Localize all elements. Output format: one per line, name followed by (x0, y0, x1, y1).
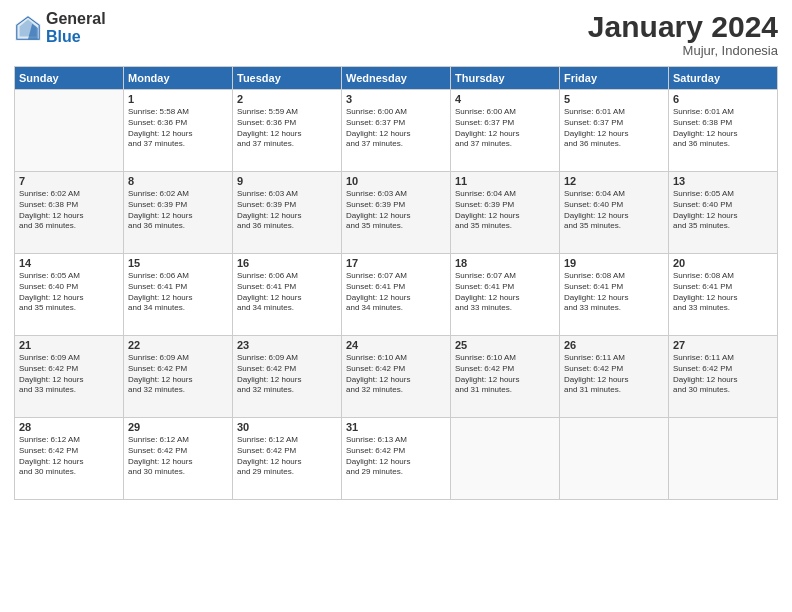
day-number: 1 (128, 93, 228, 105)
day-info: Sunrise: 5:58 AM Sunset: 6:36 PM Dayligh… (128, 107, 228, 150)
day-info: Sunrise: 6:06 AM Sunset: 6:41 PM Dayligh… (237, 271, 337, 314)
calendar-cell: 1Sunrise: 5:58 AM Sunset: 6:36 PM Daylig… (124, 90, 233, 172)
page: General Blue January 2024 Mujur, Indones… (0, 0, 792, 612)
location-subtitle: Mujur, Indonesia (588, 43, 778, 58)
calendar-cell: 14Sunrise: 6:05 AM Sunset: 6:40 PM Dayli… (15, 254, 124, 336)
week-row-5: 28Sunrise: 6:12 AM Sunset: 6:42 PM Dayli… (15, 418, 778, 500)
day-info: Sunrise: 6:09 AM Sunset: 6:42 PM Dayligh… (19, 353, 119, 396)
calendar-cell: 13Sunrise: 6:05 AM Sunset: 6:40 PM Dayli… (669, 172, 778, 254)
day-number: 25 (455, 339, 555, 351)
calendar-cell: 3Sunrise: 6:00 AM Sunset: 6:37 PM Daylig… (342, 90, 451, 172)
day-info: Sunrise: 6:00 AM Sunset: 6:37 PM Dayligh… (455, 107, 555, 150)
day-number: 26 (564, 339, 664, 351)
week-row-3: 14Sunrise: 6:05 AM Sunset: 6:40 PM Dayli… (15, 254, 778, 336)
calendar-cell: 21Sunrise: 6:09 AM Sunset: 6:42 PM Dayli… (15, 336, 124, 418)
calendar-cell: 5Sunrise: 6:01 AM Sunset: 6:37 PM Daylig… (560, 90, 669, 172)
logo: General Blue (14, 10, 106, 45)
logo-blue: Blue (46, 28, 106, 46)
day-info: Sunrise: 6:02 AM Sunset: 6:38 PM Dayligh… (19, 189, 119, 232)
calendar-cell: 12Sunrise: 6:04 AM Sunset: 6:40 PM Dayli… (560, 172, 669, 254)
day-info: Sunrise: 6:03 AM Sunset: 6:39 PM Dayligh… (346, 189, 446, 232)
calendar-cell: 28Sunrise: 6:12 AM Sunset: 6:42 PM Dayli… (15, 418, 124, 500)
header-sunday: Sunday (15, 67, 124, 90)
calendar-cell: 11Sunrise: 6:04 AM Sunset: 6:39 PM Dayli… (451, 172, 560, 254)
logo-icon (14, 14, 42, 42)
calendar-cell: 15Sunrise: 6:06 AM Sunset: 6:41 PM Dayli… (124, 254, 233, 336)
day-number: 7 (19, 175, 119, 187)
calendar-cell (560, 418, 669, 500)
day-info: Sunrise: 6:05 AM Sunset: 6:40 PM Dayligh… (19, 271, 119, 314)
day-info: Sunrise: 6:05 AM Sunset: 6:40 PM Dayligh… (673, 189, 773, 232)
day-number: 30 (237, 421, 337, 433)
day-number: 19 (564, 257, 664, 269)
calendar-cell (451, 418, 560, 500)
day-number: 24 (346, 339, 446, 351)
day-number: 21 (19, 339, 119, 351)
day-info: Sunrise: 6:02 AM Sunset: 6:39 PM Dayligh… (128, 189, 228, 232)
day-info: Sunrise: 6:09 AM Sunset: 6:42 PM Dayligh… (128, 353, 228, 396)
day-number: 8 (128, 175, 228, 187)
day-info: Sunrise: 6:10 AM Sunset: 6:42 PM Dayligh… (455, 353, 555, 396)
header-wednesday: Wednesday (342, 67, 451, 90)
day-info: Sunrise: 6:09 AM Sunset: 6:42 PM Dayligh… (237, 353, 337, 396)
calendar-cell: 29Sunrise: 6:12 AM Sunset: 6:42 PM Dayli… (124, 418, 233, 500)
calendar-cell: 10Sunrise: 6:03 AM Sunset: 6:39 PM Dayli… (342, 172, 451, 254)
calendar-cell: 25Sunrise: 6:10 AM Sunset: 6:42 PM Dayli… (451, 336, 560, 418)
calendar-cell: 4Sunrise: 6:00 AM Sunset: 6:37 PM Daylig… (451, 90, 560, 172)
day-number: 17 (346, 257, 446, 269)
day-number: 4 (455, 93, 555, 105)
day-info: Sunrise: 6:07 AM Sunset: 6:41 PM Dayligh… (455, 271, 555, 314)
day-number: 5 (564, 93, 664, 105)
day-info: Sunrise: 6:08 AM Sunset: 6:41 PM Dayligh… (564, 271, 664, 314)
day-number: 20 (673, 257, 773, 269)
header-thursday: Thursday (451, 67, 560, 90)
logo-general: General (46, 10, 106, 28)
day-number: 6 (673, 93, 773, 105)
logo-text: General Blue (46, 10, 106, 45)
day-number: 10 (346, 175, 446, 187)
calendar-cell: 6Sunrise: 6:01 AM Sunset: 6:38 PM Daylig… (669, 90, 778, 172)
calendar-cell: 20Sunrise: 6:08 AM Sunset: 6:41 PM Dayli… (669, 254, 778, 336)
day-info: Sunrise: 6:00 AM Sunset: 6:37 PM Dayligh… (346, 107, 446, 150)
calendar-cell: 19Sunrise: 6:08 AM Sunset: 6:41 PM Dayli… (560, 254, 669, 336)
day-number: 23 (237, 339, 337, 351)
day-info: Sunrise: 6:11 AM Sunset: 6:42 PM Dayligh… (673, 353, 773, 396)
day-info: Sunrise: 6:12 AM Sunset: 6:42 PM Dayligh… (237, 435, 337, 478)
day-number: 14 (19, 257, 119, 269)
calendar-cell: 9Sunrise: 6:03 AM Sunset: 6:39 PM Daylig… (233, 172, 342, 254)
calendar-cell: 31Sunrise: 6:13 AM Sunset: 6:42 PM Dayli… (342, 418, 451, 500)
day-number: 2 (237, 93, 337, 105)
day-number: 12 (564, 175, 664, 187)
day-info: Sunrise: 6:06 AM Sunset: 6:41 PM Dayligh… (128, 271, 228, 314)
day-number: 28 (19, 421, 119, 433)
calendar-cell: 30Sunrise: 6:12 AM Sunset: 6:42 PM Dayli… (233, 418, 342, 500)
day-info: Sunrise: 5:59 AM Sunset: 6:36 PM Dayligh… (237, 107, 337, 150)
day-info: Sunrise: 6:04 AM Sunset: 6:40 PM Dayligh… (564, 189, 664, 232)
day-info: Sunrise: 6:10 AM Sunset: 6:42 PM Dayligh… (346, 353, 446, 396)
day-info: Sunrise: 6:01 AM Sunset: 6:37 PM Dayligh… (564, 107, 664, 150)
day-info: Sunrise: 6:03 AM Sunset: 6:39 PM Dayligh… (237, 189, 337, 232)
calendar-table: Sunday Monday Tuesday Wednesday Thursday… (14, 66, 778, 500)
calendar-cell: 23Sunrise: 6:09 AM Sunset: 6:42 PM Dayli… (233, 336, 342, 418)
day-number: 9 (237, 175, 337, 187)
day-info: Sunrise: 6:12 AM Sunset: 6:42 PM Dayligh… (19, 435, 119, 478)
week-row-2: 7Sunrise: 6:02 AM Sunset: 6:38 PM Daylig… (15, 172, 778, 254)
day-info: Sunrise: 6:07 AM Sunset: 6:41 PM Dayligh… (346, 271, 446, 314)
day-number: 29 (128, 421, 228, 433)
header-tuesday: Tuesday (233, 67, 342, 90)
day-number: 31 (346, 421, 446, 433)
day-number: 11 (455, 175, 555, 187)
week-row-1: 1Sunrise: 5:58 AM Sunset: 6:36 PM Daylig… (15, 90, 778, 172)
day-number: 13 (673, 175, 773, 187)
day-info: Sunrise: 6:08 AM Sunset: 6:41 PM Dayligh… (673, 271, 773, 314)
day-number: 22 (128, 339, 228, 351)
calendar-cell: 17Sunrise: 6:07 AM Sunset: 6:41 PM Dayli… (342, 254, 451, 336)
day-number: 16 (237, 257, 337, 269)
day-info: Sunrise: 6:04 AM Sunset: 6:39 PM Dayligh… (455, 189, 555, 232)
day-info: Sunrise: 6:13 AM Sunset: 6:42 PM Dayligh… (346, 435, 446, 478)
calendar-cell: 22Sunrise: 6:09 AM Sunset: 6:42 PM Dayli… (124, 336, 233, 418)
calendar-cell: 18Sunrise: 6:07 AM Sunset: 6:41 PM Dayli… (451, 254, 560, 336)
day-number: 18 (455, 257, 555, 269)
header: General Blue January 2024 Mujur, Indones… (14, 10, 778, 58)
calendar-cell: 16Sunrise: 6:06 AM Sunset: 6:41 PM Dayli… (233, 254, 342, 336)
